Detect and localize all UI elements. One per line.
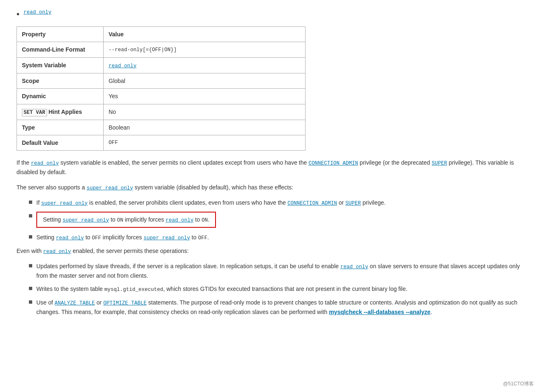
effect-item-1: If super_read_only is enabled, the serve… bbox=[29, 198, 521, 208]
table-row-cmdformat: Command-Line Format --read-only[={OFF|ON… bbox=[17, 42, 306, 57]
effect3-code1: OFF bbox=[92, 235, 101, 241]
effect-item-3: Setting read_only to OFF implicitly forc… bbox=[29, 233, 521, 242]
para1-link1[interactable]: read_only bbox=[31, 161, 59, 166]
table-row-dynamic: Dynamic Yes bbox=[17, 89, 306, 104]
op-bullet-icon-3 bbox=[29, 300, 32, 304]
effect2-code1: ON bbox=[117, 217, 123, 223]
op-bullet-icon-2 bbox=[29, 287, 32, 290]
table-row-setvar: SET VAR Hint Applies No bbox=[17, 104, 306, 120]
op3-link2[interactable]: OPTIMIZE TABLE bbox=[103, 300, 147, 306]
effect2-code2: ON bbox=[201, 217, 208, 223]
effect1-link3[interactable]: SUPER bbox=[346, 201, 361, 206]
para-super-read-only: The server also supports a super_read_on… bbox=[17, 183, 521, 192]
effect3-link2[interactable]: super_read_only bbox=[144, 235, 190, 241]
op-item-1: Updates performed by slave threads, if t… bbox=[29, 262, 521, 280]
operations-list: Updates performed by slave threads, if t… bbox=[29, 262, 521, 317]
value-type: Boolean bbox=[104, 120, 306, 135]
highlight-box: Setting super_read_only to ON implicitly… bbox=[36, 212, 216, 228]
table-row-type: Type Boolean bbox=[17, 120, 306, 135]
effect-text-2-wrapper: Setting super_read_only to ON implicitly… bbox=[36, 212, 216, 229]
table-row-scope: Scope Global bbox=[17, 73, 306, 88]
effect2-link2[interactable]: read_only bbox=[166, 217, 194, 223]
square-bullet-icon-3 bbox=[29, 235, 32, 239]
para3-link1[interactable]: read_only bbox=[43, 249, 71, 255]
para2-link1[interactable]: super_read_only bbox=[87, 185, 133, 191]
op1-link1[interactable]: read_only bbox=[340, 264, 368, 270]
value-setvar: No bbox=[104, 104, 306, 120]
op-text-3: Use of ANALYZE TABLE or OPTIMIZE TABLE s… bbox=[36, 298, 521, 316]
para-read-only-desc: If the read_only system variable is enab… bbox=[17, 158, 521, 177]
op-bullet-icon-1 bbox=[29, 264, 32, 267]
value-default: OFF bbox=[104, 135, 306, 150]
value-scope: Global bbox=[104, 73, 306, 88]
table-row-header: Property Value bbox=[17, 27, 306, 42]
value-sysvar: read_only bbox=[104, 57, 306, 73]
property-label-type: Type bbox=[17, 120, 104, 135]
table-row-sysvar: System Variable read_only bbox=[17, 57, 306, 73]
square-bullet-icon-1 bbox=[29, 201, 32, 204]
op3-link1[interactable]: ANALYZE TABLE bbox=[55, 300, 95, 306]
property-table: Property Value Command-Line Format --rea… bbox=[17, 26, 521, 151]
effect-text-3: Setting read_only to OFF implicitly forc… bbox=[36, 233, 209, 242]
op-item-2: Writes to the system table mysql.gtid_ex… bbox=[29, 284, 521, 294]
top-bullet: • read_only bbox=[17, 8, 521, 20]
bullet-marker: • bbox=[17, 8, 19, 20]
effect1-link2[interactable]: CONNECTION_ADMIN bbox=[287, 201, 337, 206]
property-label-setvar: SET VAR Hint Applies bbox=[17, 104, 104, 120]
para-even-with: Even with read_only enabled, the server … bbox=[17, 246, 521, 256]
property-label-default: Default Value bbox=[17, 135, 104, 150]
setvar-code: SET VAR bbox=[22, 109, 47, 116]
property-label-dynamic: Dynamic bbox=[17, 89, 104, 104]
effects-list: If super_read_only is enabled, the serve… bbox=[29, 198, 521, 242]
col-value: Value bbox=[104, 27, 306, 42]
effect3-code2: OFF bbox=[198, 235, 208, 241]
property-label-cmdformat: Command-Line Format bbox=[17, 42, 104, 57]
op3-bold-link[interactable]: mysqlcheck --all-databases --analyze bbox=[329, 309, 431, 315]
col-property: Property bbox=[17, 27, 104, 42]
effect1-link1[interactable]: super_read_only bbox=[41, 201, 88, 206]
effect3-link1[interactable]: read_only bbox=[56, 235, 84, 241]
value-dynamic: Yes bbox=[104, 89, 306, 104]
table-row-default: Default Value OFF bbox=[17, 135, 306, 150]
effect-item-2: Setting super_read_only to ON implicitly… bbox=[29, 212, 521, 229]
effect2-link1[interactable]: super_read_only bbox=[62, 217, 109, 223]
property-label-scope: Scope bbox=[17, 73, 104, 88]
para1-link2[interactable]: CONNECTION_ADMIN bbox=[308, 161, 358, 166]
op-text-2: Writes to the system table mysql.gtid_ex… bbox=[36, 284, 408, 294]
para1-link3[interactable]: SUPER bbox=[431, 161, 447, 166]
op-text-1: Updates performed by slave threads, if t… bbox=[36, 262, 521, 280]
property-label-sysvar: System Variable bbox=[17, 57, 104, 73]
read-only-link[interactable]: read_only bbox=[24, 8, 52, 17]
op-item-3: Use of ANALYZE TABLE or OPTIMIZE TABLE s… bbox=[29, 298, 521, 316]
value-cmdformat: --read-only[={OFF|ON}] bbox=[104, 42, 306, 57]
sysvar-link[interactable]: read_only bbox=[109, 63, 137, 69]
effect-text-1: If super_read_only is enabled, the serve… bbox=[36, 198, 386, 208]
op2-code1: mysql.gtid_executed bbox=[104, 287, 164, 293]
square-bullet-icon-2 bbox=[29, 214, 32, 217]
